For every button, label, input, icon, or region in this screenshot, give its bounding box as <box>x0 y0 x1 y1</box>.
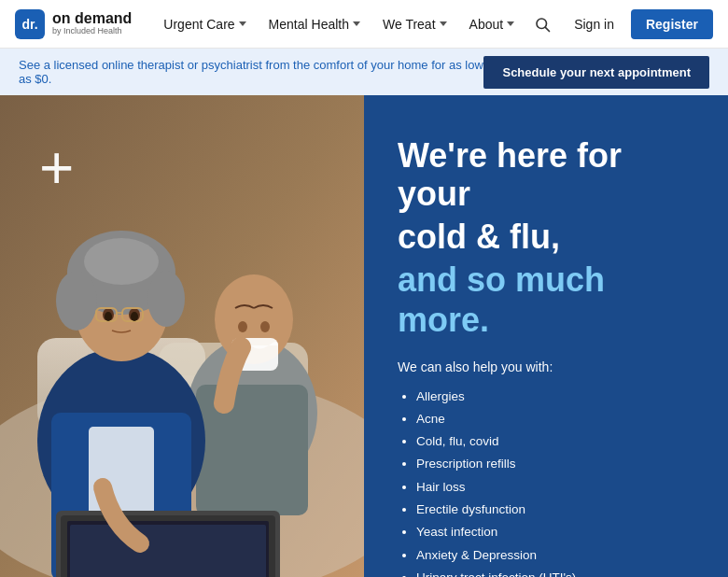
hero-subtitle: We can also help you with: <box>398 359 694 374</box>
svg-point-25 <box>105 312 112 321</box>
register-button[interactable]: Register <box>631 9 713 39</box>
svg-point-9 <box>238 321 247 332</box>
list-item: Anxiety & Depression <box>416 544 694 567</box>
promo-banner: See a licensed online therapist or psych… <box>0 49 728 95</box>
sign-in-button[interactable]: Sign in <box>565 11 623 37</box>
nav-urgent-care[interactable]: Urgent Care <box>154 11 255 37</box>
list-item: Cold, flu, covid <box>416 430 694 453</box>
svg-point-17 <box>56 271 97 331</box>
hero-title-line1: We're here for your <box>398 136 694 214</box>
list-item: Hair loss <box>416 476 694 499</box>
logo-icon: dr. <box>15 9 45 39</box>
banner-text: See a licensed online therapist or psych… <box>19 58 483 86</box>
hero-title-line2: cold & flu, <box>398 218 694 256</box>
search-icon <box>534 16 551 33</box>
svg-rect-7 <box>196 385 308 515</box>
svg-point-10 <box>260 321 270 332</box>
svg-text:+: + <box>39 134 74 202</box>
list-item: Allergies <box>416 386 694 408</box>
main-header: dr. on demand by Included Health Urgent … <box>0 0 728 49</box>
hero-image: + <box>0 95 364 577</box>
list-item: Erectile dysfunction <box>416 499 694 521</box>
nav-we-treat[interactable]: We Treat <box>373 11 456 37</box>
list-item: Prescription refills <box>416 453 694 475</box>
hero-content: We're here for your cold & flu, and so m… <box>364 95 728 577</box>
hero-illustration: + <box>0 95 364 577</box>
list-item: Urinary tract infection (UTI's) <box>416 567 694 577</box>
nav-actions: Sign in Register <box>527 9 713 39</box>
chevron-down-icon <box>353 21 360 26</box>
svg-point-19 <box>84 238 159 285</box>
logo-brand: on demand <box>52 11 132 26</box>
nav-about[interactable]: About <box>460 11 525 37</box>
schedule-appointment-button[interactable]: Schedule your next appointment <box>483 56 709 89</box>
svg-rect-30 <box>70 525 266 577</box>
svg-line-1 <box>546 27 550 31</box>
hero-conditions-list: Allergies Acne Cold, flu, covid Prescrip… <box>398 386 694 577</box>
chevron-down-icon <box>440 21 447 26</box>
nav-mental-health[interactable]: Mental Health <box>259 11 370 37</box>
svg-point-18 <box>147 271 185 327</box>
logo-text: on demand by Included Health <box>52 11 132 36</box>
chevron-down-icon <box>239 21 246 26</box>
logo[interactable]: dr. on demand by Included Health <box>15 9 132 39</box>
search-button[interactable] <box>527 9 557 39</box>
list-item: Yeast infection <box>416 521 694 543</box>
chevron-down-icon <box>507 21 514 26</box>
list-item: Acne <box>416 408 694 430</box>
svg-point-26 <box>131 312 138 321</box>
hero-title-line3: and so much more. <box>398 260 694 340</box>
main-nav: Urgent Care Mental Health We Treat About <box>154 11 527 37</box>
hero-section: + We're here for your cold & flu, and so… <box>0 95 728 577</box>
logo-sub: by Included Health <box>52 26 132 36</box>
